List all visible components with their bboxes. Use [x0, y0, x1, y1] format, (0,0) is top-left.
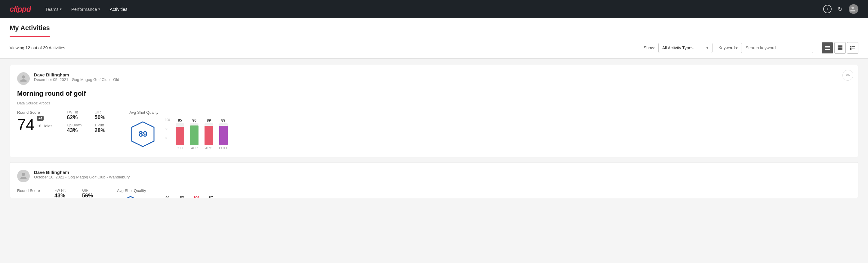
bar-ott: 85 OTT: [176, 118, 184, 150]
bar2-val2: 83: [180, 196, 184, 199]
view-button-list[interactable]: [847, 42, 858, 54]
avg-shot-quality-label: Avg Shot Quality: [129, 110, 228, 115]
avg-shot-quality-label-2: Avg Shot Quality: [117, 188, 215, 193]
gir-stat: GIR 50%: [94, 110, 115, 121]
chevron-down-icon: ▾: [98, 7, 100, 11]
fw-hit-label-2: FW Hit: [55, 188, 75, 193]
round-score-label-2: Round Score: [17, 188, 40, 193]
page-header: My Activities: [0, 18, 868, 37]
nav-label-activities: Activities: [110, 7, 127, 12]
updown-value: 43%: [67, 127, 87, 134]
keywords-filter-group: Keywords:: [718, 43, 813, 53]
user-date-2: October 16, 2021 - Gog Magog Golf Club -…: [34, 175, 130, 179]
user-name: Dave Billingham: [34, 72, 119, 77]
y-label-0: 0: [165, 137, 170, 140]
fw-hit-value: 62%: [67, 114, 87, 121]
viewing-total: 29: [43, 46, 48, 50]
bar2-val3: 106: [193, 196, 199, 199]
svg-rect-12: [852, 50, 855, 50]
activity-title: Morning round of golf: [17, 90, 851, 97]
gir-label-2: GIR: [82, 188, 102, 193]
bar-ott-value: 85: [178, 118, 182, 122]
fw-hit-stat: FW Hit 62%: [67, 110, 87, 121]
bar-ott-label: OTT: [177, 146, 183, 150]
avg-shot-quality-section: Avg Shot Quality 89 100 50: [129, 110, 228, 150]
fw-hit-label: FW Hit: [67, 110, 87, 114]
updown-stat: Up/Down 43%: [67, 123, 87, 134]
bar-chart-container: 100 50 0 85: [165, 118, 228, 150]
content: ✏ Dave Billingham December 05, 2021 - Go…: [0, 65, 868, 213]
nav-item-performance[interactable]: Performance ▾: [71, 1, 100, 17]
avg-shot-quality-section-2: Avg Shot Quality 94: [117, 188, 215, 198]
bar2-val1: 94: [165, 196, 169, 199]
oneputt-stat: 1 Putt 28%: [94, 123, 115, 134]
activity-type-select-wrapper: All Activity Types: [658, 43, 713, 53]
view-buttons: [822, 42, 858, 54]
bar-app-label: APP: [191, 146, 197, 150]
svg-rect-1: [825, 48, 830, 48]
svg-rect-5: [838, 48, 840, 50]
nav-item-activities[interactable]: Activities: [110, 1, 127, 17]
bar-arg-label: ARG: [205, 146, 212, 150]
user-avatar: [17, 72, 30, 85]
activity-type-select[interactable]: All Activity Types: [658, 43, 713, 53]
bar-chart-2: 94 83: [153, 196, 215, 199]
activity-card: ✏ Dave Billingham December 05, 2021 - Go…: [10, 65, 858, 157]
hexagon-2: [117, 195, 144, 198]
svg-rect-6: [840, 48, 842, 50]
add-icon[interactable]: +: [823, 5, 832, 13]
hex-score: 89: [138, 129, 147, 139]
gir-label: GIR: [94, 110, 115, 114]
svg-rect-11: [850, 49, 851, 50]
chevron-down-icon: ▾: [60, 7, 62, 11]
user-name-2: Dave Billingham: [34, 170, 130, 175]
view-button-grid[interactable]: [834, 42, 846, 54]
score-badge: +4: [37, 116, 44, 121]
search-input[interactable]: [741, 43, 813, 53]
bar-app: 90 APP: [190, 118, 198, 150]
user-date: December 05, 2021 - Gog Magog Golf Club …: [34, 77, 119, 82]
bar-arg: 89 ARG: [205, 118, 213, 150]
edit-button[interactable]: ✏: [842, 70, 853, 81]
data-source: Data Source: Arccos: [17, 101, 851, 105]
bar-chart: 85 OTT 90: [176, 118, 228, 150]
svg-rect-2: [825, 49, 830, 50]
avatar[interactable]: ▾: [849, 4, 858, 14]
bar-arg-value: 89: [207, 118, 211, 122]
svg-rect-10: [852, 48, 855, 49]
svg-rect-7: [850, 46, 851, 47]
score-number: 74: [17, 117, 35, 133]
nav-item-teams[interactable]: Teams ▾: [45, 1, 62, 17]
logo: clippd: [10, 4, 31, 14]
bar-arg-wrapper: [205, 123, 213, 145]
user-avatar-2: [17, 170, 30, 182]
filter-bar: Viewing 12 out of 29 Activities Show: Al…: [0, 37, 868, 59]
gir-value: 50%: [94, 114, 115, 121]
svg-rect-9: [850, 48, 851, 49]
stats-grid: FW Hit 62% GIR 50% Up/Down 43% 1 Putt 28…: [67, 110, 115, 134]
svg-rect-8: [852, 46, 855, 47]
viewing-count: 12: [26, 46, 30, 50]
svg-rect-4: [840, 46, 842, 48]
svg-marker-14: [119, 197, 142, 198]
gir-value-2: 56%: [82, 193, 102, 198]
view-button-compact[interactable]: [822, 42, 833, 54]
bar-putt-label: PUTT: [219, 146, 228, 150]
updown-label: Up/Down: [67, 123, 87, 127]
show-label: Show:: [644, 46, 655, 50]
show-filter-group: Show: All Activity Types: [644, 43, 713, 53]
oneputt-value: 28%: [94, 127, 115, 134]
keywords-label: Keywords:: [718, 46, 738, 50]
refresh-icon[interactable]: ↻: [838, 5, 843, 12]
bar-putt-wrapper: [219, 123, 228, 145]
svg-rect-0: [825, 46, 830, 47]
score-number-2: —: [17, 194, 29, 198]
fw-hit-value-2: 43%: [55, 193, 75, 198]
activity-card-2: Dave Billingham October 16, 2021 - Gog M…: [10, 162, 858, 198]
bar-app-wrapper: [190, 123, 198, 145]
svg-rect-3: [838, 46, 840, 48]
score-section: Round Score 74 +4 18 Holes: [17, 110, 52, 133]
nav-label-performance: Performance: [71, 7, 97, 12]
navbar: clippd Teams ▾ Performance ▾ Activities …: [0, 0, 868, 18]
round-score-label: Round Score: [17, 110, 52, 115]
